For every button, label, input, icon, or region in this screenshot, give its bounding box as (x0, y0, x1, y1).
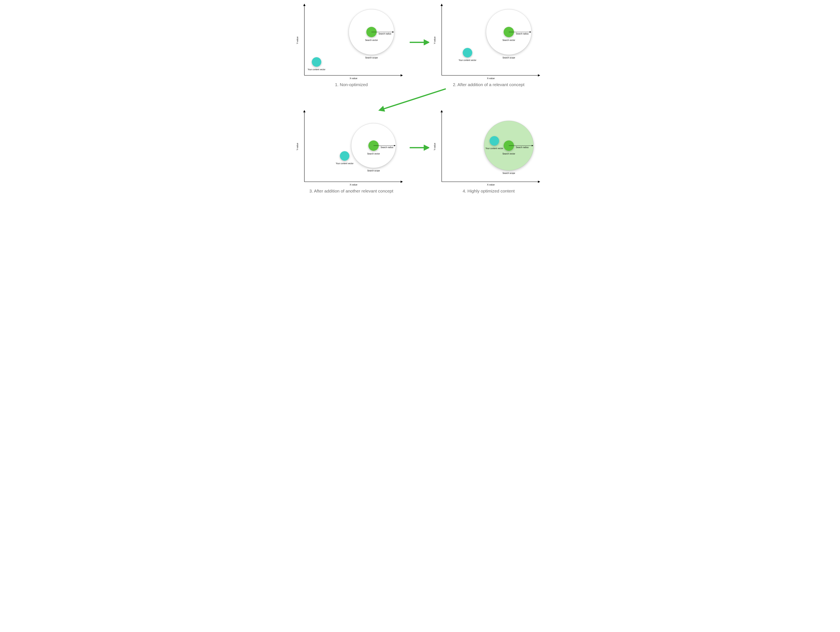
search-radius-label: Search radius (516, 33, 529, 35)
content-vector-label: Your content vector (336, 162, 354, 164)
caption-panel-4: 4. Highly optimized content (433, 188, 545, 194)
caption-panel-2: 2. After addition of a relevant concept (433, 82, 545, 87)
panel-3-svg: Y-value X-value Search radius Search vec… (295, 107, 407, 190)
y-axis-label: Y-value (296, 143, 298, 150)
svg-line-1 (382, 89, 446, 109)
search-vector-label: Search vector (367, 153, 380, 155)
y-axis-label: Y-value (296, 36, 298, 44)
panel-4-svg: Y-value X-value Search radius Search vec… (433, 107, 545, 190)
x-axis-label: X-value (350, 77, 357, 79)
panel-3-after-second-concept: Y-value X-value Search radius Search vec… (295, 107, 407, 190)
panel-2-after-first-concept: Y-value X-value Search radius Search vec… (433, 1, 545, 84)
content-vector-label: Your content vector (459, 59, 476, 62)
caption-panel-3: 3. After addition of another relevant co… (295, 188, 407, 194)
diagram-canvas: Y-value X-value Search radius Search vec… (288, 0, 552, 199)
search-scope-label: Search scope (502, 57, 515, 59)
y-axis-label: Y-value (433, 143, 436, 150)
search-vector-label: Search vector (502, 39, 515, 41)
x-axis-label: X-value (487, 183, 494, 186)
content-vector-label: Your content vector (485, 147, 503, 150)
content-vector-dot (312, 57, 321, 67)
search-vector-label: Search vector (365, 39, 378, 41)
panel-2-svg: Y-value X-value Search radius Search vec… (433, 1, 545, 84)
search-radius-label: Search radius (516, 146, 529, 149)
panel-1-svg: Y-value X-value Search radius Search vec… (295, 1, 407, 84)
flow-arrow-3-4 (409, 145, 429, 151)
content-vector-label: Your content vector (308, 68, 325, 71)
panel-1-non-optimized: Y-value X-value Search radius Search vec… (295, 1, 407, 84)
search-scope-label: Search scope (367, 169, 380, 172)
x-axis-label: X-value (487, 77, 494, 79)
content-vector-dot (463, 48, 472, 57)
search-scope-label: Search scope (365, 57, 378, 59)
search-vector-label: Search vector (502, 153, 515, 155)
content-vector-dot (489, 136, 499, 145)
panel-4-highly-optimized: Y-value X-value Search radius Search vec… (433, 107, 545, 190)
content-vector-dot (340, 151, 349, 161)
search-radius-label: Search radius (381, 146, 393, 149)
search-scope-label: Search scope (502, 172, 515, 174)
x-axis-label: X-value (350, 183, 357, 186)
y-axis-label: Y-value (433, 36, 436, 44)
search-radius-label: Search radius (379, 33, 391, 35)
flow-arrow-1-2 (409, 39, 429, 46)
